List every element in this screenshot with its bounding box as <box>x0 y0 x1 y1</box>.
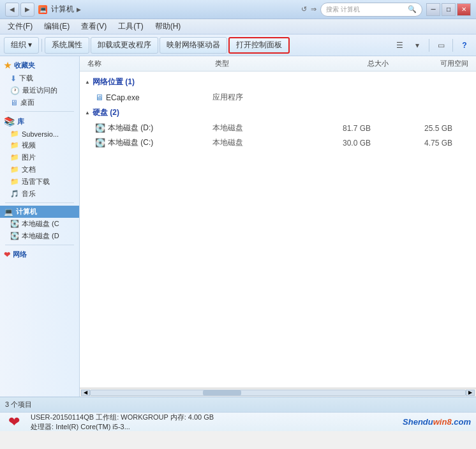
ecap-row[interactable]: 🖥 ECap.exe 应用程序 <box>80 90 476 105</box>
scroll-thumb[interactable] <box>203 390 241 395</box>
col-header-total[interactable]: 总大小 <box>289 57 391 70</box>
c-drive-free: 4.75 GB <box>376 139 452 148</box>
sidebar-item-video[interactable]: 📁 视频 <box>0 139 79 151</box>
restore-button[interactable]: □ <box>442 3 456 16</box>
sidebar-item-documents[interactable]: 📁 文档 <box>0 164 79 176</box>
minimize-button[interactable]: ─ <box>426 3 440 16</box>
scroll-track[interactable] <box>90 390 466 396</box>
sidebar-item-download[interactable]: ⬇ 下载 <box>0 72 79 84</box>
organize-label: 组织 ▾ <box>11 40 32 50</box>
folder-icon-thunder: 📁 <box>10 178 19 186</box>
drives-section-header[interactable]: ▲ 硬盘 (2) <box>80 105 476 121</box>
cpu-value: Intel(R) Core(TM) i5-3... <box>56 423 130 430</box>
network-section-header[interactable]: ▲ 网络位置 (1) <box>80 74 476 90</box>
c-drive-total: 30.0 GB <box>294 139 371 148</box>
arrow-icon: ⇒ <box>311 5 316 13</box>
sidebar-item-thunder[interactable]: 📁 迅雷下载 <box>0 176 79 188</box>
libraries-label: 库 <box>17 117 24 126</box>
d-drive-name: 本地磁盘 (D:) <box>108 123 153 133</box>
sidebar-libraries-header[interactable]: 📚 库 <box>0 114 79 128</box>
computer-icon: 💻 <box>4 208 13 217</box>
menu-tools[interactable]: 工具(T) <box>113 20 148 33</box>
organize-button[interactable]: 组织 ▾ <box>4 37 39 54</box>
watermark-red: win8 <box>433 417 452 427</box>
toolbar-separator-3 <box>452 39 453 52</box>
content-body: ▲ 网络位置 (1) 🖥 ECap.exe 应用程序 ▲ 硬盘 (2) 💽 <box>80 72 476 388</box>
col-header-name[interactable]: 名称 <box>85 57 212 70</box>
network-triangle-icon: ▲ <box>85 79 90 85</box>
view-list-button[interactable]: ☰ <box>392 38 407 53</box>
uninstall-button[interactable]: 卸载或更改程序 <box>91 37 158 54</box>
status-user-line: USER-20150114QB 工作组: WORKGROUP 内存: 4.00 … <box>31 413 214 422</box>
menu-view[interactable]: 查看(V) <box>76 20 112 33</box>
menubar: 文件(F) 编辑(E) 查看(V) 工具(T) 帮助(H) <box>0 19 476 34</box>
sidebar-desktop-label: 桌面 <box>20 98 34 107</box>
search-box[interactable]: 搜索 计算机 🔍 <box>320 3 422 17</box>
video-label: 视频 <box>22 141 36 150</box>
sidebar-item-desktop[interactable]: 🖥 桌面 <box>0 96 79 109</box>
sidebar-item-d-drive[interactable]: 💽 本地磁盘 (D <box>0 230 79 242</box>
d-drive-total: 81.7 GB <box>294 124 371 133</box>
menu-help[interactable]: 帮助(H) <box>150 20 186 33</box>
sidebar-network-header[interactable]: ❤ 网络 <box>0 248 79 261</box>
library-icon: 📚 <box>4 116 15 126</box>
watermark-text: Shenduwin8.com <box>403 417 471 427</box>
sidebar-item-music[interactable]: 🎵 音乐 <box>0 188 79 200</box>
folder-icon-video: 📁 <box>10 141 19 149</box>
c-drive-list-icon: 💽 <box>95 138 105 148</box>
subversion-label: Subversio... <box>22 130 59 138</box>
sidebar-download-label: 下载 <box>19 73 33 83</box>
sidebar-item-pictures[interactable]: 📁 图片 <box>0 151 79 164</box>
c-drive-name-cell: 💽 本地磁盘 (C:) <box>95 137 207 148</box>
menu-edit[interactable]: 编辑(E) <box>39 20 75 33</box>
scroll-right-button[interactable]: ▶ <box>466 390 475 396</box>
map-drive-button[interactable]: 映射网络驱动器 <box>160 37 227 54</box>
memory-value: 4.00 GB <box>188 413 214 421</box>
recent-icon: 🕐 <box>10 86 20 95</box>
c-drive-row[interactable]: 💽 本地磁盘 (C:) 本地磁盘 30.0 GB 4.75 GB <box>80 135 476 150</box>
drive-d-icon: 💽 <box>10 232 19 240</box>
ecap-type: 应用程序 <box>212 92 289 103</box>
forward-button[interactable]: ▶ <box>20 3 34 17</box>
download-icon: ⬇ <box>10 74 17 83</box>
menu-file[interactable]: 文件(F) <box>3 20 38 33</box>
watermark-area: Shenduwin8.com <box>403 417 471 427</box>
sidebar-divider-2 <box>5 202 74 203</box>
d-drive-free: 25.5 GB <box>376 124 452 133</box>
system-props-button[interactable]: 系统属性 <box>45 37 89 54</box>
infobar: 3 个项目 <box>0 397 476 412</box>
search-icon[interactable]: 🔍 <box>408 5 417 13</box>
col-header-free[interactable]: 可用空间 <box>391 57 471 70</box>
view-dropdown-button[interactable]: ▾ <box>410 38 425 53</box>
music-icon: 🎵 <box>10 190 19 198</box>
sidebar-item-recent[interactable]: 🕐 最近访问的 <box>0 84 79 96</box>
preview-pane-button[interactable]: ▭ <box>433 38 449 53</box>
close-button[interactable]: ✕ <box>457 3 471 16</box>
col-header-type[interactable]: 类型 <box>212 57 289 70</box>
memory-label: 内存: <box>170 413 186 421</box>
desktop-icon: 🖥 <box>10 98 18 107</box>
back-button[interactable]: ◀ <box>5 3 19 17</box>
sidebar-recent-label: 最近访问的 <box>22 86 57 95</box>
c-drive-label: 本地磁盘 (C <box>22 219 59 229</box>
sidebar-favorites-section: ★ 收藏夹 ⬇ 下载 🕐 最近访问的 🖥 桌面 <box>0 59 79 109</box>
control-panel-button[interactable]: 打开控制面板 <box>228 37 290 54</box>
uninstall-label: 卸载或更改程序 <box>98 40 151 50</box>
c-drive-name: 本地磁盘 (C:) <box>108 137 153 148</box>
toolbar-separator-2 <box>429 39 429 52</box>
refresh-icon[interactable]: ↺ <box>301 5 307 13</box>
d-drive-row[interactable]: 💽 本地磁盘 (D:) 本地磁盘 81.7 GB 25.5 GB <box>80 121 476 135</box>
d-drive-name-cell: 💽 本地磁盘 (D:) <box>95 123 207 133</box>
cpu-label: 处理器: <box>31 423 54 430</box>
sidebar-favorites-header[interactable]: ★ 收藏夹 <box>0 59 79 72</box>
help-button[interactable]: ? <box>457 38 472 53</box>
workgroup-value: WORKGROUP <box>121 413 168 421</box>
sidebar-item-c-drive[interactable]: 💽 本地磁盘 (C <box>0 218 79 230</box>
path-arrow: ▶ <box>77 6 81 13</box>
toolbar: 组织 ▾ 系统属性 卸载或更改程序 映射网络驱动器 打开控制面板 ☰ ▾ ▭ ? <box>0 34 476 56</box>
sidebar-item-subversion[interactable]: 📁 Subversio... <box>0 128 79 139</box>
pictures-label: 图片 <box>22 153 36 162</box>
sidebar-computer-header[interactable]: 💻 计算机 <box>0 206 79 218</box>
scroll-left-button[interactable]: ◀ <box>81 390 90 396</box>
horizontal-scrollbar[interactable]: ◀ ▶ <box>80 388 476 397</box>
